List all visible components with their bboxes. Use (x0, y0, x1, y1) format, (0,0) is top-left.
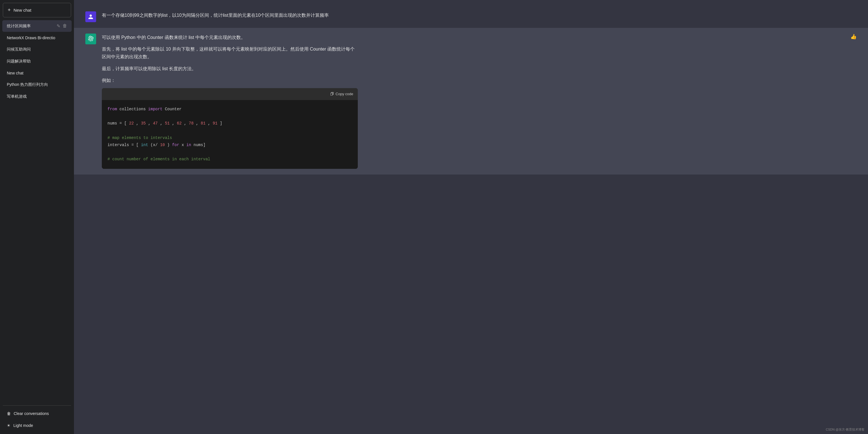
copy-code-button[interactable]: 🗍 Copy code (330, 91, 353, 97)
copy-code-label: Copy code (336, 91, 353, 97)
user-message-text: 有一个存储10到99之间数字的list，以10为间隔分区间，统计list里面的元… (102, 11, 358, 19)
code-block: from collections import Counter nums = [… (102, 100, 358, 169)
sidebar-item-newchat2[interactable]: New chat (2, 68, 72, 78)
code-plain-comma7: , (208, 121, 213, 126)
code-plain-comma4: , (172, 121, 177, 126)
keyword-import: import (148, 107, 162, 111)
code-line-comment2: # count number of elements in each inter… (107, 156, 352, 163)
edit-icon[interactable]: ✎ (57, 23, 60, 29)
code-num-51: 51 (165, 121, 170, 126)
code-plain-comma1: , (136, 121, 141, 126)
clear-conversations-button[interactable]: 🗑 Clear conversations (2, 408, 72, 419)
code-num-10: 10 (160, 143, 165, 147)
sidebar-item-newchat2-label: New chat (7, 71, 67, 75)
sidebar-item-networkx[interactable]: NetworkX Draws Bi-directio (2, 32, 72, 43)
code-plain-comma5: , (184, 121, 189, 126)
new-chat-label: New chat (14, 8, 32, 12)
copy-icon: 🗍 (330, 91, 334, 97)
code-plain-x-in: x (182, 143, 187, 147)
sidebar-item-question[interactable]: 问候互助询问 (2, 44, 72, 55)
code-num-81: 81 (201, 121, 206, 126)
sidebar: + New chat 统计区间频率 ✎ 🗑 NetworkX Draws Bi-… (0, 0, 74, 434)
sidebar-divider (3, 405, 71, 406)
keyword-from: from (107, 107, 117, 111)
user-message-content: 有一个存储10到99之间数字的list，以10为间隔分区间，统计list里面的元… (102, 11, 358, 19)
code-plain-comma3: , (160, 121, 165, 126)
chat-container: 有一个存储10到99之间数字的list，以10为间隔分区间，统计list里面的元… (74, 0, 868, 434)
code-num-91: 91 (213, 121, 218, 126)
code-block-wrapper: 🗍 Copy code from collections import Coun… (102, 88, 358, 169)
code-block-header: 🗍 Copy code (102, 88, 358, 100)
code-line-blank-1 (107, 113, 352, 120)
code-plain-comma6: , (196, 121, 201, 126)
code-comment-count: # count number of elements in each inter… (107, 157, 210, 161)
code-line-intervals: intervals = [ int (x/ 10 ) for x in nums… (107, 141, 352, 148)
sidebar-item-python-heat-label: Python 热力图行列方向 (7, 82, 67, 87)
clear-conversations-label: Clear conversations (14, 411, 49, 416)
code-line-1: from collections import Counter (107, 106, 352, 113)
assistant-paragraph-2: 首先，将 list 中的每个元素除以 10 并向下取整，这样就可以将每个元素映射… (102, 45, 358, 61)
sidebar-item-question-label: 问候互助询问 (7, 47, 67, 52)
code-plain-for: ) (167, 143, 172, 147)
code-line-comment1: # map elements to intervals (107, 134, 352, 141)
plus-icon: + (8, 7, 11, 13)
user-message-row: 有一个存储10到99之间数字的list，以10为间隔分区间，统计list里面的元… (74, 6, 868, 28)
sidebar-item-networkx-label: NetworkX Draws Bi-directio (7, 36, 67, 40)
code-plain-x10: (x/ (150, 143, 158, 147)
code-line-blank-3 (107, 148, 352, 156)
code-keyword-for: for (172, 143, 179, 147)
sidebar-item-bike-game-label: 写单机游戏 (7, 94, 67, 99)
assistant-message-row: 可以使用 Python 中的 Counter 函数来统计 list 中每个元素出… (74, 28, 868, 174)
sidebar-item-actions: ✎ 🗑 (57, 23, 67, 29)
sidebar-item-stats[interactable]: 统计区间频率 ✎ 🗑 (2, 20, 72, 32)
code-plain-2: Counter (165, 107, 182, 111)
code-num-78: 78 (189, 121, 194, 126)
assistant-paragraph-4: 例如： (102, 76, 358, 84)
code-plain-intervals: intervals = [ (107, 143, 138, 147)
sidebar-item-python-heat[interactable]: Python 热力图行列方向 (2, 79, 72, 90)
sidebar-item-problem-label: 问题解决帮助 (7, 59, 67, 64)
assistant-paragraph-1: 可以使用 Python 中的 Counter 函数来统计 list 中每个元素出… (102, 34, 358, 41)
code-num-22: 22 (129, 121, 134, 126)
code-num-35: 35 (141, 121, 146, 126)
code-line-nums: nums = [ 22 , 35 , 47 , 51 , 62 , 78 (107, 120, 352, 127)
sun-icon: ☀ (7, 423, 10, 428)
new-chat-button[interactable]: + New chat (3, 3, 71, 17)
trash-icon[interactable]: 🗑 (63, 23, 67, 29)
code-plain-nums: nums = [ (107, 121, 127, 126)
sidebar-item-problem[interactable]: 问题解决帮助 (2, 56, 72, 67)
code-num-62: 62 (177, 121, 182, 126)
conversations-list: 统计区间频率 ✎ 🗑 NetworkX Draws Bi-directio 问候… (0, 19, 74, 402)
watermark: CSDN @东方·教育技术博客 (826, 428, 865, 432)
sidebar-item-stats-label: 统计区间频率 (7, 24, 57, 29)
code-comment-map: # map elements to intervals (107, 136, 172, 140)
light-mode-button[interactable]: ☀ Light mode (2, 420, 72, 431)
code-line-blank-2 (107, 127, 352, 134)
code-plain-1: collections (119, 107, 148, 111)
code-plain-bracket: ] (220, 121, 222, 126)
thumbs-up-button[interactable]: 👍 (850, 34, 857, 40)
light-mode-label: Light mode (13, 423, 33, 428)
code-num-47: 47 (153, 121, 158, 126)
code-keyword-in: in (186, 143, 191, 147)
code-builtin-int: int (141, 143, 148, 147)
assistant-paragraph-3: 最后，计算频率可以使用除以 list 长度的方法。 (102, 65, 358, 72)
assistant-avatar (85, 34, 96, 44)
trash-icon-clear: 🗑 (7, 411, 11, 416)
code-plain-comma2: , (148, 121, 153, 126)
code-plain-nums-end: nums] (194, 143, 206, 147)
user-avatar (85, 11, 96, 22)
main-content: 有一个存储10到99之间数字的list，以10为间隔分区间，统计list里面的元… (74, 0, 868, 434)
assistant-message-content: 可以使用 Python 中的 Counter 函数来统计 list 中每个元素出… (102, 34, 358, 169)
sidebar-bottom: 🗑 Clear conversations ☀ Light mode (0, 402, 74, 434)
sidebar-item-bike-game[interactable]: 写单机游戏 (2, 91, 72, 102)
